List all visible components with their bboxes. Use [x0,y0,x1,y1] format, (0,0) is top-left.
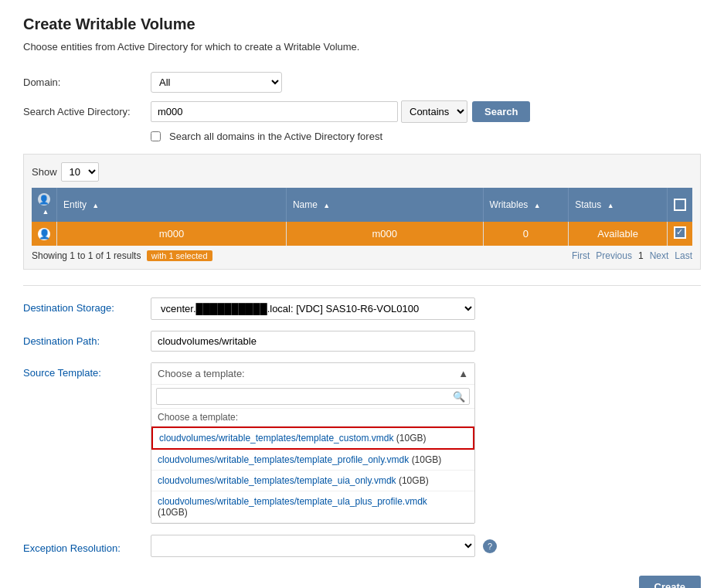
results-table: 👤 ▲ Entity ▲ Name ▲ Writables ▲ [32,188,692,246]
create-button[interactable]: Create [639,576,701,588]
selected-badge: with 1 selected [147,250,212,261]
domain-label: Domain: [23,76,151,88]
table-row[interactable]: 👤 m000 m000 0 Available [32,222,692,246]
pagination: First Previous 1 Next Last [572,250,692,261]
search-input[interactable] [151,101,398,122]
th-status[interactable]: Status ▲ [569,188,668,222]
name-sort-icon[interactable]: ▲ [323,202,330,209]
divider [23,285,701,286]
template-search-icon: 🔍 [453,391,465,403]
page-subtitle: Choose entities from Active Directory fo… [23,41,701,53]
th-select [668,188,693,222]
template-list-label: Choose a template: [151,409,474,427]
template-search-wrapper: 🔍 [151,385,474,409]
writables-sort-icon[interactable]: ▲ [534,202,541,209]
pagination-current: 1 [638,250,644,261]
row-name: m000 [286,222,483,246]
source-template-label: Source Template: [23,362,151,379]
template-option-uia-path: cloudvolumes/writable_templates/template… [158,475,396,486]
row-checkbox[interactable] [668,222,693,246]
dest-storage-label: Destination Storage: [23,297,151,314]
show-label: Show [32,166,57,178]
template-chevron-icon: ▲ [458,368,468,379]
show-select[interactable]: 10 [61,162,99,182]
pagination-previous[interactable]: Previous [596,250,632,261]
user-sort-icon[interactable]: ▲ [42,208,49,216]
pagination-next[interactable]: Next [650,250,669,261]
template-option-ula-path: cloudvolumes/writable_templates/template… [158,496,427,507]
showing-text: Showing 1 to 1 of 1 results [32,250,141,261]
pagination-first[interactable]: First [572,250,590,261]
template-option-custom-path: cloudvolumes/writable_templates/template… [159,433,393,444]
domain-select[interactable]: All [151,72,282,93]
th-user: 👤 ▲ [32,188,57,222]
template-header-text: Choose a template: [158,368,245,379]
template-option-ula-plus[interactable]: cloudvolumes/writable_templates/template… [151,491,474,523]
row-writables: 0 [483,222,569,246]
template-option-profile-size: (10GB) [412,454,442,465]
search-all-domains-checkbox[interactable] [151,131,161,141]
entity-sort-icon[interactable]: ▲ [92,202,99,209]
source-template-container: Choose a template: ▲ 🔍 Choose a template… [151,362,475,524]
search-all-domains-row: Search all domains in the Active Directo… [151,131,701,142]
template-search-input[interactable] [156,388,470,405]
th-name[interactable]: Name ▲ [286,188,483,222]
template-header[interactable]: Choose a template: ▲ [151,363,474,385]
template-option-custom[interactable]: cloudvolumes/writable_templates/template… [151,427,474,450]
row-checked-icon [674,226,686,239]
row-user-icon: 👤 [32,222,57,246]
th-writables[interactable]: Writables ▲ [483,188,569,222]
bottom-form: Destination Storage: vcenter.██████████.… [23,297,701,557]
template-option-custom-size: (10GB) [396,433,427,444]
th-entity[interactable]: Entity ▲ [57,188,287,222]
template-option-ula-size: (10GB) [158,507,188,518]
row-entity: m000 [57,222,287,246]
template-option-profile-only[interactable]: cloudvolumes/writable_templates/template… [151,450,474,471]
page-title: Create Writable Volume [23,15,701,33]
user-header-icon: 👤 [38,193,50,206]
select-all-checkbox[interactable] [674,199,686,211]
contains-select[interactable]: Contains [401,100,467,123]
exception-help-icon[interactable]: ? [483,539,497,553]
pagination-last[interactable]: Last [675,250,692,261]
exception-label: Exception Resolution: [23,538,151,554]
status-sort-icon[interactable]: ▲ [607,202,614,209]
showing-text-container: Showing 1 to 1 of 1 results with 1 selec… [32,250,212,261]
template-option-uia-size: (10GB) [399,475,429,486]
dest-path-input[interactable] [151,331,475,352]
template-option-profile-path: cloudvolumes/writable_templates/template… [158,454,409,465]
exception-select[interactable] [151,535,475,557]
row-status: Available [569,222,668,246]
dest-path-label: Destination Path: [23,331,151,347]
dest-storage-select[interactable]: vcenter.██████████.local: [VDC] SAS10-R6… [151,297,475,320]
search-button[interactable]: Search [472,101,530,122]
search-ad-label: Search Active Directory: [23,106,151,117]
search-all-domains-label: Search all domains in the Active Directo… [169,131,382,142]
template-option-uia-only[interactable]: cloudvolumes/writable_templates/template… [151,471,474,491]
results-table-section: Show 10 👤 ▲ Entity ▲ Name [23,154,701,270]
